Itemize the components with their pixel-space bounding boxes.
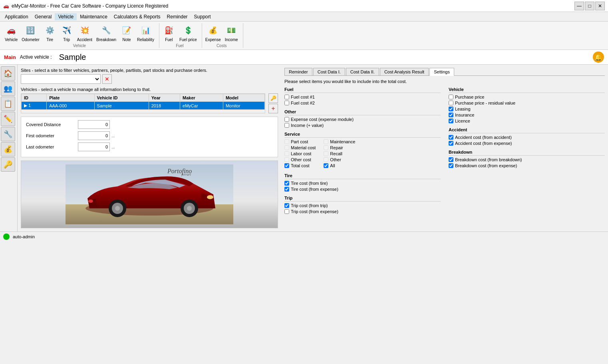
checkbox-purchase-price[interactable]	[449, 95, 453, 99]
toolbar-item-fuel[interactable]: ⛽Fuel	[161, 23, 177, 43]
menu-item-general[interactable]: General	[32, 13, 55, 20]
toolbar-item-trip[interactable]: ✈️Trip	[59, 23, 75, 43]
menu-item-maintenance[interactable]: Maintenance	[77, 13, 111, 20]
active-vehicle-label: Active vehicle :	[20, 54, 52, 60]
cell-arrow: ▶ 1	[22, 102, 47, 110]
tab-cost-analysis-result[interactable]: Cost Analysis Result	[380, 68, 429, 75]
menu-item-vehicle[interactable]: Vehicle	[55, 13, 77, 20]
sites-description: Sites - select a site to filter vehicles…	[21, 68, 278, 73]
menu-item-reminder[interactable]: Reminder	[164, 13, 191, 20]
checkbox-row-breakdown-cost-from-expense: Breakdown cost (from expense)	[449, 163, 605, 168]
header-bar: Main Active vehicle : Sample 🔔	[0, 50, 608, 65]
active-vehicle-name: Sample	[59, 53, 86, 62]
toolbar-item-breakdown[interactable]: 🔧Breakdown	[95, 23, 118, 43]
toolbar-item-expense[interactable]: 💰Expense	[204, 23, 223, 43]
tab-cost-data-i[interactable]: Cost Data I.	[313, 68, 345, 75]
checkbox-label: Income (+ value)	[291, 123, 324, 128]
vehicles-table: ID Plate Vehicle ID Year Maker Model ▶ 1…	[21, 94, 265, 110]
tab-settings[interactable]: Settings	[429, 68, 454, 76]
checkbox-other-cost[interactable]	[284, 157, 289, 162]
toolbar-item-odometer[interactable]: 🔢Odometer	[20, 23, 41, 43]
first-odometer-ellipsis[interactable]: ...	[111, 134, 115, 138]
last-odometer-row: Last odometer ...	[26, 142, 273, 151]
service-section: Service Part costMaterial costLabor cost…	[284, 132, 441, 169]
sidebar-btn-home[interactable]: 🏠	[1, 66, 15, 81]
checkbox-labor-cost[interactable]	[284, 151, 289, 156]
menu-item-support[interactable]: Support	[191, 13, 214, 20]
accident-section: Accident Accident cost (from accident)Ac…	[449, 127, 605, 146]
table-key-button[interactable]: 🔑	[268, 93, 278, 103]
table-add-button[interactable]: +	[268, 104, 278, 113]
checkbox-row-purchase-price: Purchase price	[449, 95, 605, 99]
checkbox-accident-cost-from-accident[interactable]	[449, 135, 453, 140]
toolbar-item-reliability[interactable]: 📊Reliability	[135, 23, 156, 43]
checkbox-maintenance[interactable]	[324, 139, 328, 144]
toolbar-item-vehicle[interactable]: 🚗Vehicle	[3, 23, 19, 43]
toolbar-item-income[interactable]: 💵Income	[223, 23, 240, 43]
checkbox-accident-cost-from-expense[interactable]	[449, 141, 453, 146]
toolbar-item-tire[interactable]: ⚙️Tire	[42, 23, 58, 43]
covered-distance-input[interactable]	[78, 120, 110, 129]
vehicles-table-container: ID Plate Vehicle ID Year Maker Model ▶ 1…	[21, 93, 265, 113]
checkbox-fuel-cost-1[interactable]	[284, 95, 289, 99]
checkbox-tire-cost-from-tire[interactable]	[284, 181, 289, 186]
sites-section: Sites - select a site to filter vehicles…	[21, 68, 278, 84]
checkbox-repair[interactable]	[324, 145, 328, 150]
first-odometer-input[interactable]	[78, 131, 110, 140]
checkbox-row-total-cost: Total cost	[284, 163, 316, 168]
col-plate: Plate	[47, 94, 94, 102]
accident-title: Accident	[449, 127, 605, 133]
checkbox-other[interactable]	[324, 157, 328, 162]
checkbox-recall[interactable]	[324, 151, 328, 156]
checkbox-breakdown-cost-from-breakdown[interactable]	[449, 157, 453, 162]
checkbox-all[interactable]	[324, 163, 328, 168]
sites-clear-button[interactable]: ✕	[102, 74, 112, 84]
sites-dropdown[interactable]	[21, 74, 101, 84]
checkbox-trip-cost-from-trip[interactable]	[284, 203, 289, 208]
title-bar-controls: — □ ✕	[574, 2, 605, 10]
sidebar-btn-key[interactable]: 🔑	[1, 157, 15, 172]
sidebar-btn-costs[interactable]: 💰	[1, 142, 15, 156]
checkbox-leasing[interactable]	[449, 107, 453, 111]
checkbox-fuel-cost-2[interactable]	[284, 101, 289, 105]
toolbar-item-fuelprice[interactable]: 💲Fuel price	[178, 23, 199, 43]
minimize-button[interactable]: —	[574, 2, 584, 10]
checkbox-trip-cost-from-expense[interactable]	[284, 209, 289, 214]
notification-icon[interactable]: 🔔	[593, 51, 604, 63]
checkbox-breakdown-cost-from-expense[interactable]	[449, 163, 453, 168]
toolbar-icon-reliability: 📊	[139, 24, 152, 37]
right-panel: ReminderCost Data I.Cost Data II.Cost An…	[281, 65, 608, 231]
checkbox-purchase-price---residual-value[interactable]	[449, 101, 453, 105]
last-odometer-input[interactable]	[78, 142, 110, 151]
last-odometer-ellipsis[interactable]: ...	[111, 145, 115, 149]
toolbar-label-odometer: Odometer	[22, 38, 39, 42]
checkbox-insurance[interactable]	[449, 113, 453, 117]
sidebar-btn-edit[interactable]: ✏️	[1, 112, 15, 126]
maximize-button[interactable]: □	[585, 2, 594, 10]
menu-item-calculators-&-reports[interactable]: Calculators & Reports	[111, 13, 164, 20]
settings-columns: Fuel Fuel cost #1Fuel cost #2 Other Expe…	[284, 87, 605, 218]
sidebar-btn-list[interactable]: 📋	[1, 97, 15, 111]
tab-cost-data-ii[interactable]: Cost Data II.	[346, 68, 379, 75]
checkbox-part-cost[interactable]	[284, 139, 289, 144]
toolbar-item-note[interactable]: 📝Note	[119, 23, 135, 43]
tab-reminder[interactable]: Reminder	[284, 68, 312, 75]
checkbox-material-cost[interactable]	[284, 145, 289, 150]
accident-items: Accident cost (from accident)Accident co…	[449, 135, 605, 146]
table-row[interactable]: ▶ 1 AAA-000 Sample 2018 eMyCar Monitor	[22, 102, 265, 110]
sidebar-btn-users[interactable]: 👥	[1, 81, 15, 96]
checkbox-licence[interactable]	[449, 119, 453, 123]
sidebar-btn-tools[interactable]: 🔧	[1, 127, 15, 141]
checkbox-income--value[interactable]	[284, 123, 289, 128]
covered-distance-row: Covered Distance	[26, 120, 273, 129]
checkbox-expense-cost-expense-module[interactable]	[284, 117, 289, 122]
close-button[interactable]: ✕	[595, 2, 605, 10]
checkbox-row-repair: Repair	[324, 145, 355, 150]
checkbox-total-cost[interactable]	[284, 163, 289, 168]
menu-item-application[interactable]: Application	[2, 13, 32, 20]
main-content: 🏠👥📋✏️🔧💰🔑 Sites - select a site to filter…	[0, 65, 608, 231]
toolbar-item-accident[interactable]: 💥Accident	[76, 23, 94, 43]
toolbar-icon-accident: 💥	[78, 24, 91, 37]
checkbox-tire-cost-from-expense[interactable]	[284, 187, 289, 192]
checkbox-label: Maintenance	[330, 139, 355, 144]
